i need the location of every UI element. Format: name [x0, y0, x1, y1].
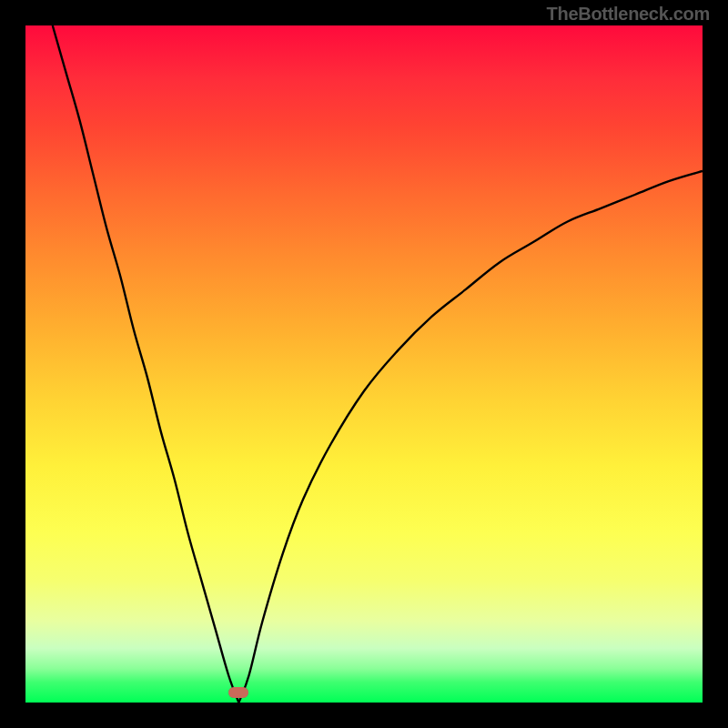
curve-left-branch: [53, 25, 239, 703]
curve-right-branch: [238, 171, 703, 703]
bottleneck-curve: [25, 25, 703, 703]
attribution-text: TheBottleneck.com: [547, 4, 710, 25]
optimum-marker: [228, 687, 248, 698]
chart-plot-area: [25, 25, 703, 703]
